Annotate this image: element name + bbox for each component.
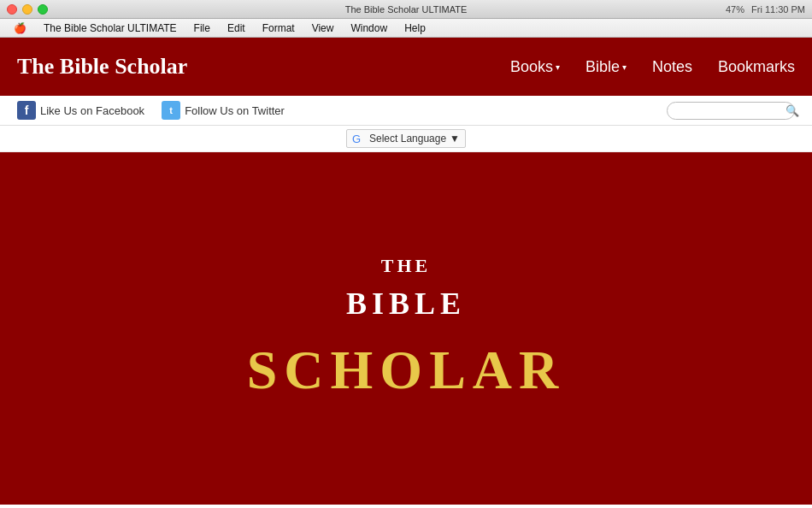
nav-books-arrow: ▾: [556, 62, 560, 72]
nav-books-label: Books: [510, 58, 553, 76]
menu-file[interactable]: File: [187, 21, 217, 36]
social-bar: f Like Us on Facebook t Follow Us on Twi…: [0, 96, 812, 126]
hero-line1: THE: [381, 255, 431, 277]
menu-edit[interactable]: Edit: [221, 21, 252, 36]
close-button[interactable]: [7, 4, 17, 15]
twitter-link[interactable]: t Follow Us on Twitter: [162, 101, 285, 120]
twitter-icon: t: [162, 101, 180, 120]
clock: Fri 11:30 PM: [751, 4, 805, 15]
nav-bible-label: Bible: [585, 58, 620, 76]
menu-bar: 🍎 The Bible Scholar ULTIMATE File Edit F…: [0, 19, 812, 38]
nav-notes-label: Notes: [652, 58, 692, 76]
language-bar: G Select Language ▼: [0, 126, 812, 152]
window-title: The Bible Scholar ULTIMATE: [345, 4, 468, 15]
maximize-button[interactable]: [38, 4, 48, 15]
menu-apple[interactable]: 🍎: [7, 21, 33, 36]
traffic-lights[interactable]: [7, 4, 48, 15]
nav-bible-arrow: ▾: [622, 62, 627, 72]
search-box[interactable]: 🔍: [667, 102, 795, 120]
search-input[interactable]: [674, 104, 786, 116]
nav-bible[interactable]: Bible ▾: [585, 58, 627, 76]
svg-text:G: G: [352, 133, 361, 145]
language-arrow: ▼: [450, 133, 460, 145]
main-nav: Books ▾ Bible ▾ Notes Bookmarks: [510, 58, 795, 76]
minimize-button[interactable]: [22, 4, 32, 15]
nav-notes[interactable]: Notes: [652, 58, 692, 76]
app-content: The Bible Scholar Books ▾ Bible ▾ Notes …: [0, 38, 812, 508]
language-selector[interactable]: G Select Language ▼: [346, 129, 466, 148]
menu-app[interactable]: The Bible Scholar ULTIMATE: [37, 21, 184, 36]
search-icon[interactable]: 🔍: [786, 104, 799, 117]
battery-indicator: 47%: [726, 4, 744, 15]
app-header: The Bible Scholar Books ▾ Bible ▾ Notes …: [0, 38, 812, 96]
menu-help[interactable]: Help: [397, 21, 432, 36]
twitter-label: Follow Us on Twitter: [185, 104, 285, 117]
hero-line3: SCHOLAR: [247, 339, 566, 402]
hero-line2: BIBLE: [346, 286, 466, 322]
hero-section: THE BIBLE SCHOLAR: [0, 152, 812, 505]
language-label: Select Language: [369, 133, 446, 145]
facebook-icon: f: [17, 101, 36, 120]
nav-bookmarks-label: Bookmarks: [718, 58, 795, 76]
site-title: The Bible Scholar: [17, 54, 510, 80]
title-bar: The Bible Scholar ULTIMATE 47% Fri 11:30…: [0, 0, 812, 19]
title-bar-right: 47% Fri 11:30 PM: [726, 4, 805, 15]
menu-window[interactable]: Window: [344, 21, 394, 36]
menu-view[interactable]: View: [305, 21, 341, 36]
facebook-label: Like Us on Facebook: [40, 104, 144, 117]
menu-format[interactable]: Format: [256, 21, 302, 36]
nav-bookmarks[interactable]: Bookmarks: [718, 58, 795, 76]
nav-books[interactable]: Books ▾: [510, 58, 560, 76]
google-icon: G: [352, 132, 366, 145]
facebook-link[interactable]: f Like Us on Facebook: [17, 101, 144, 120]
